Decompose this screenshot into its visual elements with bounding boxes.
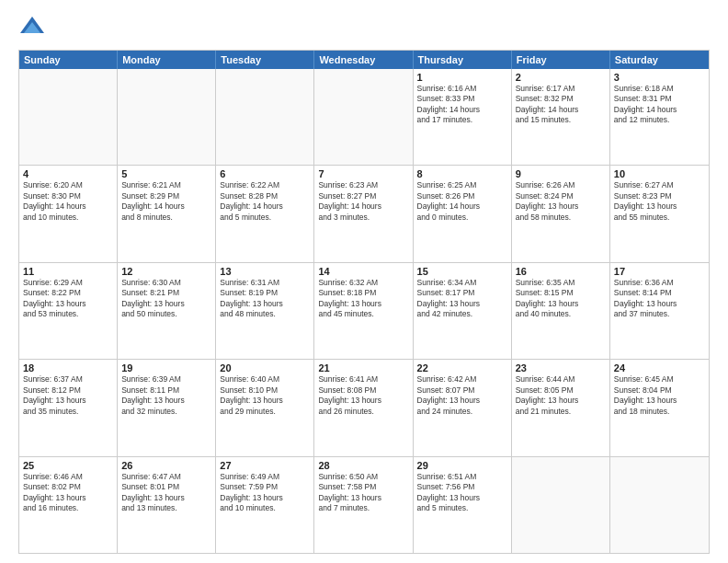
calendar-cell: 23Sunrise: 6:44 AM Sunset: 8:05 PM Dayli… — [512, 360, 610, 455]
day-number: 12 — [121, 266, 211, 277]
calendar-cell — [118, 69, 216, 165]
day-info: Sunrise: 6:27 AM Sunset: 8:23 PM Dayligh… — [614, 180, 705, 223]
day-number: 4 — [23, 168, 113, 179]
day-info: Sunrise: 6:45 AM Sunset: 8:04 PM Dayligh… — [614, 374, 705, 417]
header-day-tuesday: Tuesday — [216, 51, 314, 69]
calendar-body: 1Sunrise: 6:16 AM Sunset: 8:33 PM Daylig… — [19, 69, 709, 553]
calendar: SundayMondayTuesdayWednesdayThursdayFrid… — [18, 50, 710, 554]
day-info: Sunrise: 6:23 AM Sunset: 8:27 PM Dayligh… — [318, 180, 408, 223]
header-day-saturday: Saturday — [610, 51, 709, 69]
day-number: 15 — [417, 266, 507, 277]
day-number: 8 — [417, 168, 507, 179]
day-info: Sunrise: 6:37 AM Sunset: 8:12 PM Dayligh… — [23, 374, 113, 417]
calendar-cell: 18Sunrise: 6:37 AM Sunset: 8:12 PM Dayli… — [19, 360, 118, 455]
header-day-wednesday: Wednesday — [314, 51, 413, 69]
day-number: 25 — [23, 460, 113, 471]
calendar-cell: 17Sunrise: 6:36 AM Sunset: 8:14 PM Dayli… — [610, 263, 709, 359]
day-number: 13 — [220, 266, 310, 277]
day-info: Sunrise: 6:29 AM Sunset: 8:22 PM Dayligh… — [23, 278, 113, 320]
day-info: Sunrise: 6:25 AM Sunset: 8:26 PM Dayligh… — [417, 180, 507, 223]
day-number: 21 — [318, 362, 408, 373]
calendar-cell: 1Sunrise: 6:16 AM Sunset: 8:33 PM Daylig… — [414, 69, 512, 165]
day-info: Sunrise: 6:46 AM Sunset: 8:02 PM Dayligh… — [23, 472, 113, 514]
day-info: Sunrise: 6:36 AM Sunset: 8:14 PM Dayligh… — [614, 278, 705, 320]
calendar-cell: 8Sunrise: 6:25 AM Sunset: 8:26 PM Daylig… — [414, 166, 512, 261]
day-number: 17 — [614, 266, 705, 277]
day-number: 9 — [516, 168, 606, 179]
calendar-row-5: 25Sunrise: 6:46 AM Sunset: 8:02 PM Dayli… — [19, 456, 709, 553]
day-info: Sunrise: 6:39 AM Sunset: 8:11 PM Dayligh… — [121, 374, 211, 417]
calendar-header: SundayMondayTuesdayWednesdayThursdayFrid… — [19, 51, 709, 69]
page: SundayMondayTuesdayWednesdayThursdayFrid… — [0, 0, 728, 563]
calendar-cell: 10Sunrise: 6:27 AM Sunset: 8:23 PM Dayli… — [610, 166, 709, 261]
day-info: Sunrise: 6:16 AM Sunset: 8:33 PM Dayligh… — [417, 84, 507, 126]
day-info: Sunrise: 6:51 AM Sunset: 7:56 PM Dayligh… — [417, 472, 507, 514]
calendar-cell: 3Sunrise: 6:18 AM Sunset: 8:31 PM Daylig… — [610, 69, 709, 165]
calendar-cell: 2Sunrise: 6:17 AM Sunset: 8:32 PM Daylig… — [512, 69, 610, 165]
day-info: Sunrise: 6:42 AM Sunset: 8:07 PM Dayligh… — [417, 374, 507, 417]
calendar-cell: 22Sunrise: 6:42 AM Sunset: 8:07 PM Dayli… — [414, 360, 512, 455]
day-info: Sunrise: 6:49 AM Sunset: 7:59 PM Dayligh… — [220, 472, 310, 514]
calendar-cell — [512, 457, 610, 553]
calendar-cell: 15Sunrise: 6:34 AM Sunset: 8:17 PM Dayli… — [414, 263, 512, 359]
calendar-cell — [314, 69, 413, 165]
day-info: Sunrise: 6:34 AM Sunset: 8:17 PM Dayligh… — [417, 278, 507, 320]
calendar-cell — [610, 457, 709, 553]
header-day-friday: Friday — [512, 51, 610, 69]
day-info: Sunrise: 6:40 AM Sunset: 8:10 PM Dayligh… — [220, 374, 310, 417]
calendar-cell: 21Sunrise: 6:41 AM Sunset: 8:08 PM Dayli… — [314, 360, 413, 455]
day-info: Sunrise: 6:26 AM Sunset: 8:24 PM Dayligh… — [516, 180, 606, 223]
calendar-cell: 27Sunrise: 6:49 AM Sunset: 7:59 PM Dayli… — [216, 457, 314, 553]
calendar-row-2: 4Sunrise: 6:20 AM Sunset: 8:30 PM Daylig… — [19, 165, 709, 261]
day-info: Sunrise: 6:17 AM Sunset: 8:32 PM Dayligh… — [516, 84, 606, 126]
day-info: Sunrise: 6:35 AM Sunset: 8:15 PM Dayligh… — [516, 278, 606, 320]
calendar-cell: 6Sunrise: 6:22 AM Sunset: 8:28 PM Daylig… — [216, 166, 314, 261]
day-number: 28 — [318, 460, 408, 471]
day-number: 19 — [121, 362, 211, 373]
day-number: 29 — [417, 460, 507, 471]
calendar-cell: 26Sunrise: 6:47 AM Sunset: 8:01 PM Dayli… — [118, 457, 216, 553]
day-number: 10 — [614, 168, 705, 179]
calendar-row-3: 11Sunrise: 6:29 AM Sunset: 8:22 PM Dayli… — [19, 262, 709, 359]
calendar-cell: 29Sunrise: 6:51 AM Sunset: 7:56 PM Dayli… — [414, 457, 512, 553]
calendar-cell: 24Sunrise: 6:45 AM Sunset: 8:04 PM Dayli… — [610, 360, 709, 455]
calendar-cell: 25Sunrise: 6:46 AM Sunset: 8:02 PM Dayli… — [19, 457, 118, 553]
calendar-cell: 28Sunrise: 6:50 AM Sunset: 7:58 PM Dayli… — [314, 457, 413, 553]
day-number: 3 — [614, 72, 705, 83]
day-number: 16 — [516, 266, 606, 277]
day-number: 18 — [23, 362, 113, 373]
day-number: 23 — [516, 362, 606, 373]
calendar-cell: 20Sunrise: 6:40 AM Sunset: 8:10 PM Dayli… — [216, 360, 314, 455]
header-day-thursday: Thursday — [414, 51, 512, 69]
day-number: 26 — [121, 460, 211, 471]
header — [18, 15, 710, 42]
day-info: Sunrise: 6:18 AM Sunset: 8:31 PM Dayligh… — [614, 84, 705, 126]
day-number: 1 — [417, 72, 507, 83]
day-info: Sunrise: 6:21 AM Sunset: 8:29 PM Dayligh… — [121, 180, 211, 223]
header-day-sunday: Sunday — [19, 51, 118, 69]
day-number: 5 — [121, 168, 211, 179]
day-number: 2 — [516, 72, 606, 83]
day-info: Sunrise: 6:41 AM Sunset: 8:08 PM Dayligh… — [318, 374, 408, 417]
calendar-cell: 14Sunrise: 6:32 AM Sunset: 8:18 PM Dayli… — [314, 263, 413, 359]
header-day-monday: Monday — [118, 51, 216, 69]
day-number: 24 — [614, 362, 705, 373]
calendar-cell — [216, 69, 314, 165]
day-info: Sunrise: 6:22 AM Sunset: 8:28 PM Dayligh… — [220, 180, 310, 223]
day-info: Sunrise: 6:20 AM Sunset: 8:30 PM Dayligh… — [23, 180, 113, 223]
calendar-row-4: 18Sunrise: 6:37 AM Sunset: 8:12 PM Dayli… — [19, 359, 709, 455]
calendar-cell: 16Sunrise: 6:35 AM Sunset: 8:15 PM Dayli… — [512, 263, 610, 359]
logo — [18, 15, 50, 42]
day-info: Sunrise: 6:31 AM Sunset: 8:19 PM Dayligh… — [220, 278, 310, 320]
day-number: 14 — [318, 266, 408, 277]
calendar-cell — [19, 69, 118, 165]
calendar-cell: 12Sunrise: 6:30 AM Sunset: 8:21 PM Dayli… — [118, 263, 216, 359]
calendar-cell: 9Sunrise: 6:26 AM Sunset: 8:24 PM Daylig… — [512, 166, 610, 261]
calendar-cell: 11Sunrise: 6:29 AM Sunset: 8:22 PM Dayli… — [19, 263, 118, 359]
calendar-cell: 7Sunrise: 6:23 AM Sunset: 8:27 PM Daylig… — [314, 166, 413, 261]
day-info: Sunrise: 6:47 AM Sunset: 8:01 PM Dayligh… — [121, 472, 211, 514]
logo-icon — [18, 15, 46, 42]
calendar-cell: 13Sunrise: 6:31 AM Sunset: 8:19 PM Dayli… — [216, 263, 314, 359]
calendar-cell: 19Sunrise: 6:39 AM Sunset: 8:11 PM Dayli… — [118, 360, 216, 455]
day-number: 7 — [318, 168, 408, 179]
